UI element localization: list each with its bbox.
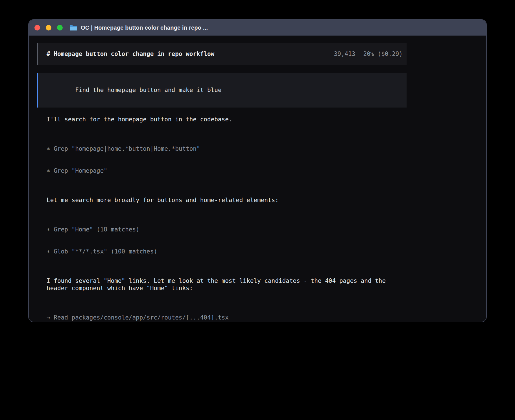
file-read-group: → Read packages/console/app/src/routes/[… — [47, 299, 407, 322]
tool-call-group: ∗ Grep "Home" (18 matches) ∗ Glob "**/*.… — [47, 211, 407, 270]
tool-call-line: ∗ Grep "Homepage" — [47, 167, 407, 174]
close-button[interactable] — [34, 25, 40, 30]
window-title: OC | Homepage button color change in rep… — [81, 25, 208, 31]
session-cost: ($0.29) — [377, 51, 403, 57]
folder-icon — [69, 25, 77, 31]
tool-call-line: ∗ Grep "homepage|home.*button|Home.*butt… — [47, 145, 407, 152]
session-stats: 39,41320%($0.29) — [334, 50, 403, 58]
assistant-paragraph: I'll search for the homepage button in t… — [47, 116, 407, 123]
session-header: # Homepage button color change in repo w… — [37, 43, 407, 65]
titlebar[interactable]: OC | Homepage button color change in rep… — [29, 20, 486, 36]
assistant-paragraph: I found several "Home" links. Let me loo… — [47, 277, 407, 292]
assistant-paragraph: Let me search more broadly for buttons a… — [47, 196, 407, 204]
minimize-button[interactable] — [46, 25, 51, 30]
token-count: 39,413 — [334, 51, 355, 57]
terminal-window: OC | Homepage button color change in rep… — [28, 19, 487, 322]
file-read-line: → Read packages/console/app/src/routes/[… — [47, 314, 407, 321]
terminal-content: # Homepage button color change in repo w… — [29, 36, 486, 322]
tool-call-group: ∗ Grep "homepage|home.*button|Home.*butt… — [47, 130, 407, 189]
session-title: # Homepage button color change in repo w… — [47, 50, 214, 58]
zoom-button[interactable] — [57, 25, 63, 30]
context-percent: 20% — [363, 51, 374, 57]
user-message: Find the homepage button and make it blu… — [37, 73, 407, 108]
user-message-text: Find the homepage button and make it blu… — [75, 87, 221, 93]
tool-call-line: ∗ Grep "Home" (18 matches) — [47, 226, 407, 233]
tool-call-line: ∗ Glob "**/*.tsx" (100 matches) — [47, 248, 407, 255]
